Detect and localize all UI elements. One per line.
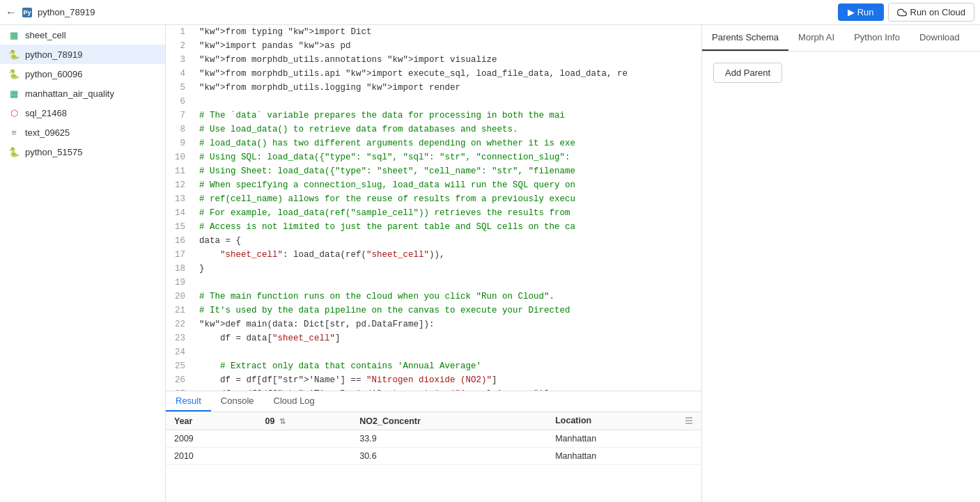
code-line-row: 2"kw">import pandas "kw">as pd <box>166 39 701 53</box>
result-col-header-09: 09 ⇅ <box>256 412 351 430</box>
line-number: 20 <box>166 290 194 304</box>
sidebar-label-sheet_cell: sheet_cell <box>25 30 66 40</box>
line-number: 9 <box>166 136 194 150</box>
table-cell: Manhattan <box>547 448 701 465</box>
result-tab-console[interactable]: Console <box>211 391 264 411</box>
code-content: # Using Sheet: load_data({"type": "sheet… <box>194 164 701 178</box>
table-cell: Manhattan <box>547 430 701 448</box>
code-scroll[interactable]: 1"kw">from typing "kw">import Dict2"kw">… <box>166 25 701 391</box>
code-content: # When specifying a connection_slug, loa… <box>194 178 701 192</box>
line-number: 12 <box>166 178 194 192</box>
code-content: "kw">from morphdb_utils.api "kw">import … <box>194 67 701 81</box>
table-cell: 33.9 <box>351 430 547 448</box>
code-content: # For example, load_data(ref("sample_cel… <box>194 206 701 220</box>
python-file-icon: Py <box>22 8 32 17</box>
code-content: "sheet_cell": load_data(ref("sheet_cell"… <box>194 248 701 262</box>
line-number: 2 <box>166 39 194 53</box>
line-number: 16 <box>166 234 194 248</box>
code-content: data = { <box>194 234 701 248</box>
sidebar-label-text_09625: text_09625 <box>25 127 70 138</box>
run-button[interactable]: ▶ Run <box>838 3 883 21</box>
right-tab-morph-ai[interactable]: Morph AI <box>788 25 844 51</box>
code-content: "kw">from morphdb_utils.logging "kw">imp… <box>194 81 701 95</box>
code-line-row: 5"kw">from morphdb_utils.logging "kw">im… <box>166 81 701 95</box>
top-bar-actions: ▶ Run Run on Cloud <box>838 3 974 22</box>
run-cloud-button[interactable]: Run on Cloud <box>888 3 975 22</box>
sidebar-item-manhattan_air_quality[interactable]: ▦manhattan_air_quality <box>0 84 165 103</box>
python-icon: 🐍 <box>8 68 20 79</box>
code-content: } <box>194 262 701 276</box>
code-editor-area: 1"kw">from typing "kw">import Dict2"kw">… <box>166 25 701 391</box>
line-number: 17 <box>166 248 194 262</box>
top-bar: ← Py python_78919 ▶ Run Run on Cloud <box>0 0 980 25</box>
code-content: # The `data` variable prepares the data … <box>194 109 701 123</box>
python-icon: 🐍 <box>8 146 20 157</box>
result-tab-result[interactable]: Result <box>166 391 211 411</box>
code-content: df = df[df["str">'Name'] == "Nitrogen di… <box>194 373 701 387</box>
result-col-header-year: Year <box>166 412 256 430</box>
filter-icon[interactable]: ☰ <box>685 416 693 426</box>
code-line-row: 7# The `data` variable prepares the data… <box>166 109 701 123</box>
line-number: 22 <box>166 317 194 331</box>
line-number: 15 <box>166 220 194 234</box>
sort-icon[interactable]: ⇅ <box>277 417 286 425</box>
code-line-row: 11# Using Sheet: load_data({"type": "she… <box>166 164 701 178</box>
sidebar-item-python_51575[interactable]: 🐍python_51575 <box>0 142 165 162</box>
code-table: 1"kw">from typing "kw">import Dict2"kw">… <box>166 25 701 391</box>
sidebar-item-python_60096[interactable]: 🐍python_60096 <box>0 64 165 84</box>
line-number: 4 <box>166 67 194 81</box>
code-content: "kw">from typing "kw">import Dict <box>194 25 701 39</box>
code-line-row: 21# It's used by the data pipeline on th… <box>166 304 701 317</box>
code-content: # It's used by the data pipeline on the … <box>194 304 701 317</box>
code-content: "kw">def main(data: Dict[str, pd.DataFra… <box>194 317 701 331</box>
code-content: df = df[df["str">'Time Period'].str.cont… <box>194 387 701 391</box>
code-content: "kw">from morphdb_utils.annotations "kw"… <box>194 53 701 67</box>
code-line-row: 3"kw">from morphdb_utils.annotations "kw… <box>166 53 701 67</box>
line-number: 14 <box>166 206 194 220</box>
line-number: 25 <box>166 359 194 373</box>
code-content: # Use load_data() to retrieve data from … <box>194 123 701 136</box>
add-parent-button[interactable]: Add Parent <box>713 63 782 83</box>
code-line-row: 27 df = df[df["str">'Time Period'].str.c… <box>166 387 701 391</box>
result-col-header-no2_concentr: NO2_Concentr <box>351 412 547 430</box>
code-content: df = data["sheet_cell"] <box>194 331 701 345</box>
code-line-row: 26 df = df[df["str">'Name'] == "Nitrogen… <box>166 373 701 387</box>
table-cell: 30.6 <box>351 448 547 465</box>
code-line-row: 1"kw">from typing "kw">import Dict <box>166 25 701 39</box>
file-name: python_78919 <box>38 7 95 17</box>
right-tab-parents-schema[interactable]: Parents Schema <box>702 25 788 51</box>
code-line-row: 13# ref(cell_name) allows for the reuse … <box>166 192 701 206</box>
line-number: 18 <box>166 262 194 276</box>
line-number: 27 <box>166 387 194 391</box>
line-number: 13 <box>166 192 194 206</box>
code-line-row: 6 <box>166 95 701 109</box>
line-number: 23 <box>166 331 194 345</box>
back-button[interactable]: ← <box>6 6 17 19</box>
right-tab-download[interactable]: Download <box>910 25 970 51</box>
code-line-row: 20# The main function runs on the cloud … <box>166 290 701 304</box>
right-tab-python-info[interactable]: Python Info <box>844 25 910 51</box>
code-line-row: 12# When specifying a connection_slug, l… <box>166 178 701 192</box>
line-number: 3 <box>166 53 194 67</box>
table-cell: 2010 <box>166 448 256 465</box>
table-row: 200933.9Manhattan <box>166 430 701 448</box>
python-icon: 🐍 <box>8 49 20 60</box>
sidebar-item-sheet_cell[interactable]: ▦sheet_cell <box>0 25 165 45</box>
cloud-icon <box>897 8 907 17</box>
sidebar-label-manhattan_air_quality: manhattan_air_quality <box>25 88 114 99</box>
result-content[interactable]: Year09 ⇅NO2_ConcentrLocation☰ 200933.9Ma… <box>166 412 701 502</box>
code-line-row: 9# load_data() has two different argumen… <box>166 136 701 150</box>
code-content: "kw">import pandas "kw">as pd <box>194 39 701 53</box>
sheet-icon: ▦ <box>8 88 20 99</box>
code-line-row: 25 # Extract only data that contains 'An… <box>166 359 701 373</box>
code-content <box>194 345 701 359</box>
result-table: Year09 ⇅NO2_ConcentrLocation☰ 200933.9Ma… <box>166 412 701 465</box>
sidebar-item-python_78919[interactable]: 🐍python_78919 <box>0 45 165 64</box>
sidebar-item-text_09625[interactable]: ≡text_09625 <box>0 123 165 142</box>
code-line-row: 23 df = data["sheet_cell"] <box>166 331 701 345</box>
sidebar-item-sql_21468[interactable]: ⬡sql_21468 <box>0 103 165 123</box>
code-content: # ref(cell_name) allows for the reuse of… <box>194 192 701 206</box>
code-content: # Using SQL: load_data({"type": "sql", "… <box>194 150 701 164</box>
result-tab-cloud-log[interactable]: Cloud Log <box>264 391 325 411</box>
line-number: 21 <box>166 304 194 317</box>
